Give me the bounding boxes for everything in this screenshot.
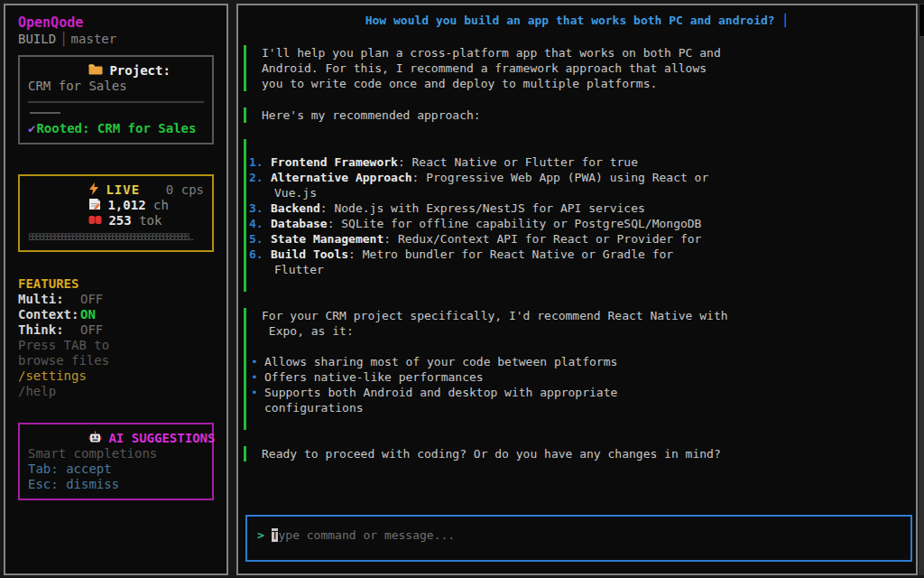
assistant-line: For your CRM project specifically, I'd r… (262, 308, 916, 323)
mode-label: BUILD (18, 32, 56, 46)
bullet-item: •Supports both Android and desktop with … (251, 385, 916, 400)
item-text: : Progressive Web App (PWA) using React … (412, 171, 709, 184)
ai-shortcuts: Tab: acceptEsc: dismiss (28, 461, 204, 492)
scrollbar-thumb[interactable] (919, 5, 924, 37)
features-toggles: Multi:OFFContext:ONThink:OFF (18, 292, 214, 338)
bullet-text: Allows sharing most of your code between… (264, 355, 617, 368)
item-number: 3. (249, 200, 271, 216)
item-term: Alternative Approach (271, 171, 412, 184)
char-unit-label: ch (153, 198, 169, 213)
quoted-block: 1.Frontend Framework: React Native or Fl… (244, 139, 916, 292)
bullet-glyph: • (251, 354, 264, 369)
activity-sparkline: 8888888888888888888888888888888888888888… (28, 230, 204, 244)
char-unit (146, 198, 153, 213)
quoted-block: For your CRM project specifically, I'd r… (244, 308, 916, 430)
app-title: OpenQode (18, 14, 214, 31)
assistant-line: I'll help you plan a cross-platform app … (262, 45, 916, 61)
item-number: 1. (249, 154, 271, 170)
user-question-text: How would you build an app that works bo… (365, 14, 782, 27)
project-label: Project: (109, 63, 170, 79)
numbered-item: 1.Frontend Framework: React Native or Fl… (249, 154, 916, 170)
item-term: Backend (271, 201, 320, 215)
token-count: 253 (108, 213, 131, 228)
command-link[interactable]: /help (18, 384, 214, 399)
feature-value: OFF (80, 292, 103, 306)
sidebar-panel: OpenQode BUILD│master Project: CRM for S… (4, 4, 228, 575)
bullet-glyph: • (251, 385, 264, 400)
prompt-space (264, 528, 272, 542)
check-icon: ✔ (28, 121, 35, 136)
cps-counter: 0 cps (166, 182, 204, 198)
token-unit-label: tok (139, 213, 162, 228)
project-divider-short (30, 112, 60, 114)
quoted-block: I'll help you plan a cross-platform app … (244, 45, 916, 91)
chat-area: How would you build an app that works bo… (238, 5, 916, 573)
question-cursor: │ (781, 14, 789, 27)
bullet-item-continuation: configurations (264, 400, 916, 415)
item-term: Frontend Framework (271, 155, 398, 169)
item-text: : Metro bundler for React Native or Grad… (348, 247, 673, 261)
features-commands: /settings/help (18, 368, 214, 399)
feature-toggle[interactable]: Context:ON (18, 307, 214, 322)
feature-toggle[interactable]: Multi:OFF (18, 292, 214, 307)
ai-shortcut: Tab: accept (28, 461, 204, 477)
project-name: CRM for Sales (28, 79, 204, 94)
features-section: FEATURES Multi:OFFContext:ONThink:OFF Pr… (18, 276, 214, 399)
feature-value: ON (80, 307, 96, 322)
mode-branch-separator: │ (56, 32, 70, 46)
live-label: LIVE (106, 182, 140, 198)
prompt-icon: > (257, 528, 264, 542)
bullet-text: Offers native-like performances (264, 370, 484, 384)
assistant-line: Here's my recommended approach: (262, 107, 916, 123)
item-number: 5. (249, 231, 271, 247)
command-link[interactable]: /settings (18, 368, 214, 384)
live-stats-box: LIVE 0 cps 1,012 ch 253 tok 888888888888… (18, 174, 214, 252)
numbered-item: 4.Database: SQLite for offline capabilit… (249, 216, 916, 231)
command-input[interactable]: > Type command or message... (245, 515, 912, 562)
project-box: Project: CRM for Sales ✔ Rooted: CRM for… (18, 55, 214, 144)
numbered-item-continuation: Flutter (274, 262, 916, 277)
rooted-status: Rooted: CRM for Sales (36, 121, 196, 136)
item-text: : Node.js with Express/NestJS for API se… (320, 201, 645, 215)
feature-toggle[interactable]: Think:OFF (18, 322, 214, 338)
bullet-glyph: • (251, 369, 264, 385)
features-hints: Press TAB tobrowse files (18, 338, 214, 368)
ai-shortcut: Esc: dismiss (28, 477, 204, 492)
ai-suggestions-subtitle: Smart completions (28, 446, 204, 461)
quoted-block: Here's my recommended approach: (244, 107, 916, 123)
assistant-line: Expo, as it: (262, 323, 916, 339)
char-count: 1,012 (107, 198, 145, 213)
item-number: 6. (249, 247, 271, 262)
bullet-text: Supports both Android and desktop with a… (264, 386, 617, 399)
item-term: Database (271, 217, 328, 230)
assistant-line: Ready to proceed with coding? Or do you … (262, 446, 916, 461)
app-subtitle: BUILD│master (18, 31, 214, 47)
assistant-line: Android. For this, I recommend a framewo… (262, 61, 916, 76)
scrollbar-track[interactable] (919, 4, 924, 575)
user-question: How would you build an app that works bo… (238, 13, 916, 28)
feature-hint: Press TAB to (18, 338, 214, 353)
item-text: : React Native or Flutter for true (398, 155, 638, 169)
numbered-item: 3.Backend: Node.js with Express/NestJS f… (249, 200, 916, 216)
numbered-item: 6.Build Tools: Metro bundler for React N… (249, 247, 916, 262)
bullet-item: •Allows sharing most of your code betwee… (251, 354, 916, 369)
ai-suggestions-title: AI SUGGESTIONS (108, 431, 215, 446)
features-title: FEATURES (18, 276, 214, 292)
project-divider (28, 101, 204, 103)
item-number: 2. (249, 170, 271, 185)
item-text: : Redux/Context API for React or Provide… (383, 232, 701, 246)
input-placeholder: ype command or message... (278, 528, 455, 542)
numbered-item: 2.Alternative Approach: Progressive Web … (249, 170, 916, 185)
feature-value: OFF (80, 322, 103, 337)
quoted-block: Ready to proceed with coding? Or do you … (244, 446, 916, 461)
feature-label: Think: (18, 322, 80, 338)
assistant-response: I'll help you plan a cross-platform app … (244, 45, 916, 461)
git-branch-label: master (71, 32, 117, 46)
chat-panel: How would you build an app that works bo… (236, 4, 918, 575)
numbered-item-continuation: Vue.js (274, 185, 916, 200)
feature-hint: browse files (18, 353, 214, 368)
feature-label: Context: (18, 307, 80, 322)
numbered-item: 5.State Management: Redux/Context API fo… (249, 231, 916, 247)
ai-suggestions-box: AI SUGGESTIONS Smart completions Tab: ac… (18, 423, 214, 500)
feature-label: Multi: (18, 292, 80, 307)
